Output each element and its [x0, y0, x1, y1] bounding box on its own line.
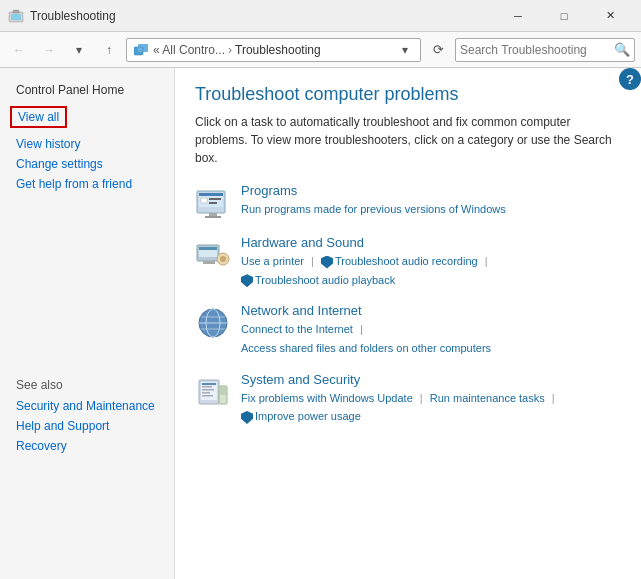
network-link-2[interactable]: Access shared files and folders on other…	[241, 342, 491, 354]
path-arrow: ›	[228, 43, 232, 57]
window-title: Troubleshooting	[30, 9, 495, 23]
programs-content: Programs Run programs made for previous …	[241, 183, 506, 219]
content-title: Troubleshoot computer problems	[195, 84, 621, 105]
title-bar: Troubleshooting ─ □ ✕	[0, 0, 641, 32]
hardware-link-1[interactable]: Use a printer	[241, 255, 304, 267]
svg-point-18	[220, 256, 226, 262]
dropdown-button[interactable]: ▾	[66, 37, 92, 63]
programs-link-1[interactable]: Run programs made for previous versions …	[241, 203, 506, 215]
hardware-content: Hardware and Sound Use a printer | Troub…	[241, 235, 492, 289]
app-icon	[8, 8, 24, 24]
separator-3: |	[360, 323, 363, 335]
system-links: Fix problems with Windows Update | Run m…	[241, 389, 559, 426]
back-button[interactable]: ←	[6, 37, 32, 63]
main-container: Control Panel Home View all View history…	[0, 68, 641, 579]
content-area: Troubleshoot computer problems Click on …	[175, 68, 641, 579]
programs-icon	[195, 185, 231, 221]
shield-icon-3	[241, 411, 253, 424]
svg-rect-30	[202, 392, 210, 394]
search-box[interactable]: 🔍	[455, 38, 635, 62]
hardware-links: Use a printer | Troubleshoot audio recor…	[241, 252, 492, 289]
search-input[interactable]	[460, 43, 614, 57]
shield-icon-1	[321, 256, 333, 269]
svg-rect-2	[13, 10, 19, 13]
content: Troubleshoot computer problems Click on …	[175, 68, 641, 456]
system-title[interactable]: System and Security	[241, 372, 559, 387]
system-link-1[interactable]: Fix problems with Windows Update	[241, 392, 413, 404]
svg-rect-9	[209, 213, 217, 216]
programs-title[interactable]: Programs	[241, 183, 506, 198]
close-button[interactable]: ✕	[587, 0, 633, 32]
forward-button[interactable]: →	[36, 37, 62, 63]
help-button[interactable]: ?	[619, 68, 641, 90]
path-prefix: « All Contro...	[153, 43, 225, 57]
svg-rect-8	[199, 193, 223, 196]
network-content: Network and Internet Connect to the Inte…	[241, 303, 491, 357]
separator-4: |	[420, 392, 423, 404]
svg-rect-29	[202, 389, 214, 391]
hardware-icon	[195, 237, 231, 273]
minimize-button[interactable]: ─	[495, 0, 541, 32]
system-link-3[interactable]: Improve power usage	[255, 410, 361, 422]
category-system: System and Security Fix problems with Wi…	[195, 372, 621, 426]
hardware-link-3[interactable]: Troubleshoot audio playback	[255, 274, 395, 286]
window-controls: ─ □ ✕	[495, 0, 633, 32]
svg-rect-19	[203, 261, 215, 264]
maximize-button[interactable]: □	[541, 0, 587, 32]
system-icon	[195, 374, 231, 410]
svg-rect-1	[11, 14, 21, 20]
current-path: Troubleshooting	[235, 43, 321, 57]
get-help-link[interactable]: Get help from a friend	[0, 174, 174, 194]
svg-rect-10	[205, 216, 221, 218]
recovery-link[interactable]: Recovery	[0, 436, 174, 456]
address-bar: ← → ▾ ↑ « All Contro... › Troubleshootin…	[0, 32, 641, 68]
category-programs: Programs Run programs made for previous …	[195, 183, 621, 221]
svg-rect-16	[199, 247, 217, 250]
svg-rect-27	[202, 383, 216, 385]
svg-rect-31	[202, 395, 213, 397]
up-button[interactable]: ↑	[96, 37, 122, 63]
view-history-link[interactable]: View history	[0, 134, 174, 154]
network-links: Connect to the Internet | Access shared …	[241, 320, 491, 357]
separator-2: |	[485, 255, 488, 267]
svg-rect-12	[209, 198, 221, 200]
network-link-1[interactable]: Connect to the Internet	[241, 323, 353, 335]
svg-rect-28	[202, 386, 212, 388]
sidebar: Control Panel Home View all View history…	[0, 68, 175, 579]
search-icon[interactable]: 🔍	[614, 42, 630, 57]
see-also-label: See also	[0, 374, 174, 396]
control-panel-home-label: Control Panel Home	[0, 80, 174, 100]
help-support-link[interactable]: Help and Support	[0, 416, 174, 436]
security-maintenance-link[interactable]: Security and Maintenance	[0, 396, 174, 416]
network-icon	[195, 305, 231, 341]
hardware-link-2[interactable]: Troubleshoot audio recording	[335, 255, 478, 267]
refresh-button[interactable]: ⟳	[425, 38, 451, 62]
category-network: Network and Internet Connect to the Inte…	[195, 303, 621, 357]
sidebar-main-section: Control Panel Home View all View history…	[0, 80, 174, 194]
svg-rect-13	[209, 202, 217, 204]
svg-rect-11	[201, 198, 207, 203]
system-link-2[interactable]: Run maintenance tasks	[430, 392, 545, 404]
address-path[interactable]: « All Contro... › Troubleshooting ▾	[126, 38, 421, 62]
see-also-section: See also Security and Maintenance Help a…	[0, 374, 174, 456]
shield-icon-2	[241, 274, 253, 287]
address-dropdown-arrow[interactable]: ▾	[396, 38, 414, 62]
content-description: Click on a task to automatically trouble…	[195, 113, 621, 167]
category-hardware: Hardware and Sound Use a printer | Troub…	[195, 235, 621, 289]
network-title[interactable]: Network and Internet	[241, 303, 491, 318]
change-settings-link[interactable]: Change settings	[0, 154, 174, 174]
svg-rect-33	[220, 387, 226, 395]
separator-1: |	[311, 255, 314, 267]
path-icon	[133, 42, 149, 58]
hardware-title[interactable]: Hardware and Sound	[241, 235, 492, 250]
separator-5: |	[552, 392, 555, 404]
programs-links: Run programs made for previous versions …	[241, 200, 506, 219]
system-content: System and Security Fix problems with Wi…	[241, 372, 559, 426]
view-all-link[interactable]: View all	[10, 106, 67, 128]
